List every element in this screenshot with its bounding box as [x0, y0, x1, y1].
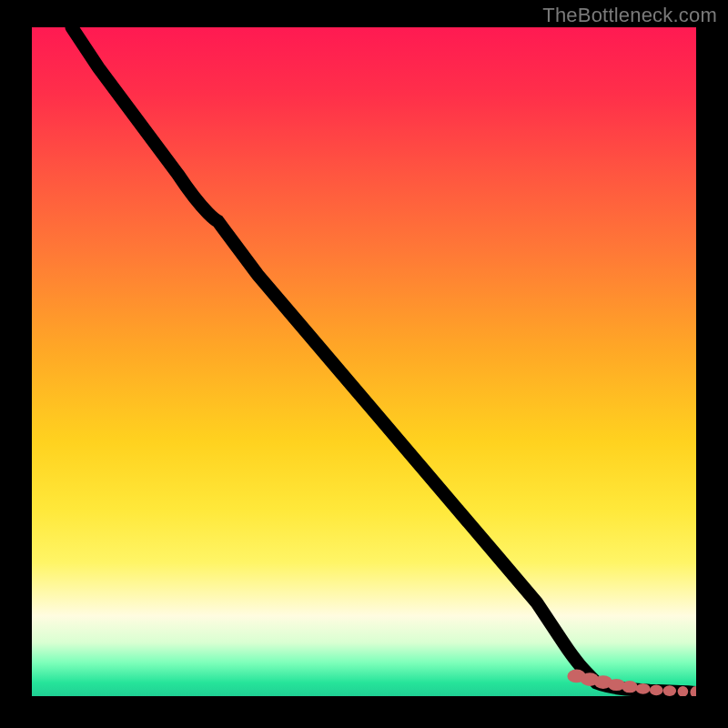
chart-svg — [32, 27, 696, 696]
svg-point-6 — [650, 685, 663, 696]
main-curve — [72, 27, 696, 693]
svg-point-4 — [622, 681, 638, 693]
svg-point-1 — [581, 672, 599, 686]
svg-point-5 — [636, 683, 651, 694]
svg-point-9 — [690, 686, 696, 696]
chart-frame: TheBottleneck.com — [0, 0, 728, 728]
svg-point-7 — [663, 685, 677, 696]
svg-point-2 — [594, 675, 612, 689]
svg-point-3 — [608, 679, 625, 691]
plot-area — [32, 27, 696, 696]
watermark-text: TheBottleneck.com — [542, 4, 717, 27]
bottom-markers — [567, 670, 696, 696]
svg-point-8 — [678, 686, 689, 696]
svg-point-0 — [567, 670, 585, 683]
